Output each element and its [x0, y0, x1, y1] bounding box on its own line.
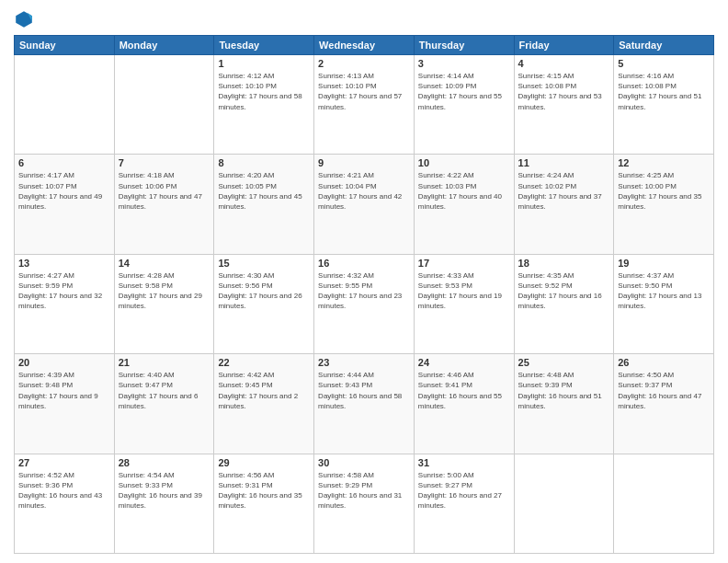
col-header-wednesday: Wednesday — [314, 36, 415, 55]
day-cell: 3Sunrise: 4:14 AM Sunset: 10:09 PM Dayli… — [414, 55, 514, 155]
day-number: 29 — [218, 457, 310, 468]
day-number: 26 — [618, 357, 710, 368]
day-detail: Sunrise: 4:30 AM Sunset: 9:56 PM Dayligh… — [218, 270, 310, 312]
col-header-sunday: Sunday — [15, 36, 115, 55]
week-row-5: 27Sunrise: 4:52 AM Sunset: 9:36 PM Dayli… — [15, 454, 714, 553]
day-detail: Sunrise: 4:33 AM Sunset: 9:53 PM Dayligh… — [418, 270, 510, 312]
day-detail: Sunrise: 4:54 AM Sunset: 9:33 PM Dayligh… — [119, 470, 210, 511]
day-number: 15 — [218, 258, 310, 269]
day-detail: Sunrise: 4:20 AM Sunset: 10:05 PM Daylig… — [218, 170, 310, 212]
day-number: 24 — [418, 357, 510, 368]
page: SundayMondayTuesdayWednesdayThursdayFrid… — [0, 0, 728, 563]
week-row-4: 20Sunrise: 4:39 AM Sunset: 9:48 PM Dayli… — [15, 354, 714, 454]
day-number: 12 — [618, 157, 710, 168]
svg-marker-0 — [16, 11, 32, 28]
day-number: 2 — [318, 58, 410, 69]
day-number: 27 — [18, 457, 110, 468]
day-detail: Sunrise: 4:15 AM Sunset: 10:08 PM Daylig… — [518, 71, 610, 112]
week-row-2: 6Sunrise: 4:17 AM Sunset: 10:07 PM Dayli… — [15, 155, 714, 254]
day-cell: 22Sunrise: 4:42 AM Sunset: 9:45 PM Dayli… — [214, 354, 314, 454]
day-number: 7 — [119, 157, 210, 168]
day-cell: 30Sunrise: 4:58 AM Sunset: 9:29 PM Dayli… — [314, 454, 415, 553]
day-cell: 18Sunrise: 4:35 AM Sunset: 9:52 PM Dayli… — [514, 254, 614, 353]
col-header-friday: Friday — [514, 36, 614, 55]
day-detail: Sunrise: 4:16 AM Sunset: 10:08 PM Daylig… — [618, 71, 710, 112]
calendar-table: SundayMondayTuesdayWednesdayThursdayFrid… — [14, 35, 714, 554]
day-cell: 26Sunrise: 4:50 AM Sunset: 9:37 PM Dayli… — [614, 354, 714, 454]
week-row-1: 1Sunrise: 4:12 AM Sunset: 10:10 PM Dayli… — [15, 55, 714, 155]
day-number: 11 — [518, 157, 610, 168]
day-cell: 29Sunrise: 4:56 AM Sunset: 9:31 PM Dayli… — [214, 454, 314, 553]
day-cell — [614, 454, 714, 553]
col-header-monday: Monday — [114, 36, 214, 55]
day-number: 31 — [418, 457, 510, 468]
day-detail: Sunrise: 4:52 AM Sunset: 9:36 PM Dayligh… — [18, 470, 110, 511]
day-number: 8 — [218, 157, 310, 168]
col-header-tuesday: Tuesday — [214, 36, 314, 55]
day-cell: 19Sunrise: 4:37 AM Sunset: 9:50 PM Dayli… — [614, 254, 714, 353]
day-detail: Sunrise: 4:27 AM Sunset: 9:59 PM Dayligh… — [18, 270, 110, 312]
day-detail: Sunrise: 4:24 AM Sunset: 10:02 PM Daylig… — [518, 170, 610, 212]
day-number: 13 — [18, 258, 110, 269]
day-cell: 20Sunrise: 4:39 AM Sunset: 9:48 PM Dayli… — [15, 354, 115, 454]
day-cell — [15, 55, 115, 155]
day-cell: 23Sunrise: 4:44 AM Sunset: 9:43 PM Dayli… — [314, 354, 415, 454]
day-detail: Sunrise: 4:21 AM Sunset: 10:04 PM Daylig… — [318, 170, 410, 212]
day-number: 17 — [418, 258, 510, 269]
day-cell: 7Sunrise: 4:18 AM Sunset: 10:06 PM Dayli… — [114, 155, 214, 254]
day-detail: Sunrise: 4:48 AM Sunset: 9:39 PM Dayligh… — [518, 370, 610, 411]
day-number: 6 — [18, 157, 110, 168]
day-cell: 5Sunrise: 4:16 AM Sunset: 10:08 PM Dayli… — [614, 55, 714, 155]
day-number: 20 — [18, 357, 110, 368]
calendar-header-row: SundayMondayTuesdayWednesdayThursdayFrid… — [15, 36, 714, 55]
day-number: 22 — [218, 357, 310, 368]
day-cell: 11Sunrise: 4:24 AM Sunset: 10:02 PM Dayl… — [514, 155, 614, 254]
day-detail: Sunrise: 4:56 AM Sunset: 9:31 PM Dayligh… — [218, 470, 310, 511]
day-cell: 2Sunrise: 4:13 AM Sunset: 10:10 PM Dayli… — [314, 55, 415, 155]
day-detail: Sunrise: 4:40 AM Sunset: 9:47 PM Dayligh… — [119, 370, 210, 411]
day-number: 10 — [418, 157, 510, 168]
day-cell: 17Sunrise: 4:33 AM Sunset: 9:53 PM Dayli… — [414, 254, 514, 353]
day-cell: 6Sunrise: 4:17 AM Sunset: 10:07 PM Dayli… — [15, 155, 115, 254]
day-number: 25 — [518, 357, 610, 368]
day-number: 5 — [618, 58, 710, 69]
day-cell: 15Sunrise: 4:30 AM Sunset: 9:56 PM Dayli… — [214, 254, 314, 353]
day-number: 16 — [318, 258, 410, 269]
day-detail: Sunrise: 4:13 AM Sunset: 10:10 PM Daylig… — [318, 71, 410, 112]
day-cell: 16Sunrise: 4:32 AM Sunset: 9:55 PM Dayli… — [314, 254, 415, 353]
day-cell — [114, 55, 214, 155]
day-cell: 27Sunrise: 4:52 AM Sunset: 9:36 PM Dayli… — [15, 454, 115, 553]
day-cell: 8Sunrise: 4:20 AM Sunset: 10:05 PM Dayli… — [214, 155, 314, 254]
col-header-thursday: Thursday — [414, 36, 514, 55]
day-detail: Sunrise: 4:35 AM Sunset: 9:52 PM Dayligh… — [518, 270, 610, 312]
day-detail: Sunrise: 4:12 AM Sunset: 10:10 PM Daylig… — [218, 71, 310, 112]
day-detail: Sunrise: 4:32 AM Sunset: 9:55 PM Dayligh… — [318, 270, 410, 312]
day-detail: Sunrise: 4:37 AM Sunset: 9:50 PM Dayligh… — [618, 270, 710, 312]
day-cell: 13Sunrise: 4:27 AM Sunset: 9:59 PM Dayli… — [15, 254, 115, 353]
day-detail: Sunrise: 4:22 AM Sunset: 10:03 PM Daylig… — [418, 170, 510, 212]
day-detail: Sunrise: 4:28 AM Sunset: 9:58 PM Dayligh… — [119, 270, 210, 312]
day-number: 3 — [418, 58, 510, 69]
col-header-saturday: Saturday — [614, 36, 714, 55]
day-cell: 24Sunrise: 4:46 AM Sunset: 9:41 PM Dayli… — [414, 354, 514, 454]
day-detail: Sunrise: 5:00 AM Sunset: 9:27 PM Dayligh… — [418, 470, 510, 511]
day-cell: 25Sunrise: 4:48 AM Sunset: 9:39 PM Dayli… — [514, 354, 614, 454]
day-cell: 9Sunrise: 4:21 AM Sunset: 10:04 PM Dayli… — [314, 155, 415, 254]
day-number: 19 — [618, 258, 710, 269]
day-detail: Sunrise: 4:44 AM Sunset: 9:43 PM Dayligh… — [318, 370, 410, 411]
day-cell: 12Sunrise: 4:25 AM Sunset: 10:00 PM Dayl… — [614, 155, 714, 254]
day-detail: Sunrise: 4:25 AM Sunset: 10:00 PM Daylig… — [618, 170, 710, 212]
header — [14, 9, 714, 29]
logo-icon — [14, 9, 34, 29]
day-detail: Sunrise: 4:42 AM Sunset: 9:45 PM Dayligh… — [218, 370, 310, 411]
day-detail: Sunrise: 4:14 AM Sunset: 10:09 PM Daylig… — [418, 71, 510, 112]
day-detail: Sunrise: 4:46 AM Sunset: 9:41 PM Dayligh… — [418, 370, 510, 411]
day-number: 18 — [518, 258, 610, 269]
day-cell: 1Sunrise: 4:12 AM Sunset: 10:10 PM Dayli… — [214, 55, 314, 155]
day-cell: 28Sunrise: 4:54 AM Sunset: 9:33 PM Dayli… — [114, 454, 214, 553]
logo — [14, 9, 38, 29]
day-number: 4 — [518, 58, 610, 69]
day-number: 21 — [119, 357, 210, 368]
day-detail: Sunrise: 4:58 AM Sunset: 9:29 PM Dayligh… — [318, 470, 410, 511]
day-number: 28 — [119, 457, 210, 468]
